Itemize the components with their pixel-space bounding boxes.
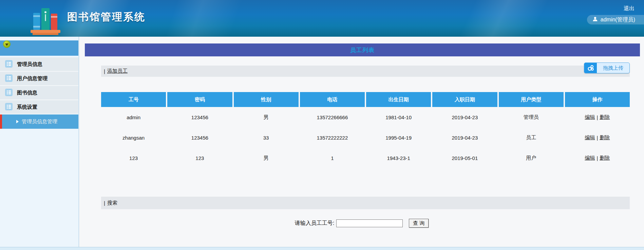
edit-link[interactable]: 编辑 [585,114,595,121]
cell-hire-date: 2019-04-23 [432,127,497,148]
sidebar-menu: 管理员信息 用户信息管理 图书信息 系统设置 [0,57,78,129]
cell-password: 123456 [167,127,232,148]
cell-phone: 13572222222 [300,127,365,148]
page-bottom-strip [0,247,644,250]
column-header-id: 工号 [101,92,166,107]
add-employee-section-bar: | 添加员工 拖拽上传 [101,66,630,77]
main-content: 员工列表 | 添加员工 拖拽上传 工号 密码 性别 [79,37,644,247]
cell-birth-date: 1943-23-1 [366,148,431,168]
cell-hire-date: 2019-05-01 [432,148,497,168]
user-icon [592,16,598,23]
library-books-logo-icon [30,5,61,37]
add-employee-link[interactable]: 添加员工 [107,68,128,74]
table-row: zhangsan 123456 33 13572222222 1995-04-1… [101,127,630,148]
cell-user-type: 用户 [499,148,564,168]
drag-upload-button[interactable]: 拖拽上传 [584,62,630,73]
user-label: admin(管理员) [601,16,635,23]
employee-table: 工号 密码 性别 电话 出生日期 入职日期 用户类型 操作 admin 1234… [101,92,630,168]
delete-link[interactable]: 删除 [600,114,610,121]
sidebar-item-user-info[interactable]: 用户信息管理 [0,72,78,86]
caret-right-icon [16,120,19,123]
cell-gender: 男 [234,148,299,168]
sidebar-item-label: 用户信息管理 [17,75,48,82]
sidebar-item-label: 系统设置 [17,104,37,110]
sidebar-item-label: 图书信息 [17,90,37,96]
cell-user-type: 员工 [499,127,564,148]
chevron-down-icon [5,43,8,46]
action-separator: | [596,114,598,120]
action-separator: | [596,135,598,141]
search-section-bar: | 搜索 [101,197,630,209]
delete-link[interactable]: 删除 [600,155,610,161]
sidebar-item-book-info[interactable]: 图书信息 [0,86,78,100]
sidebar: 管理员信息 用户信息管理 图书信息 系统设置 [0,37,79,247]
search-input-label: 请输入员工工号: [295,220,334,227]
table-header-row: 工号 密码 性别 电话 出生日期 入职日期 用户类型 操作 [101,92,630,107]
action-separator: | [596,155,598,161]
column-header-hire-date: 入职日期 [432,92,497,107]
search-form: 请输入员工工号: 查 询 [79,219,644,228]
cell-user-type: 管理员 [499,107,564,127]
cloud-share-icon [584,63,597,73]
sidebar-subitem-label: 管理员信息管理 [22,119,57,125]
sidebar-collapse-button[interactable] [3,40,11,48]
current-user-pill[interactable]: admin(管理员) [587,15,644,24]
cell-hire-date: 2019-04-23 [432,107,497,127]
table-row: 123 123 男 1 1943-23-1 2019-05-01 用户 编辑 |… [101,148,630,168]
column-header-actions: 操作 [565,92,630,107]
drag-upload-label: 拖拽上传 [597,63,629,73]
section-prefix: | [104,68,105,74]
cell-birth-date: 1981-04-10 [366,107,431,127]
sidebar-top-strip [0,40,78,56]
cell-phone: 13572266666 [300,107,365,127]
cell-id: 123 [101,148,166,168]
employee-id-input[interactable] [336,219,403,227]
sidebar-item-system-settings[interactable]: 系统设置 [0,100,78,114]
column-header-phone: 电话 [300,92,365,107]
cell-id: zhangsan [101,127,166,148]
cell-gender: 男 [234,107,299,127]
app-header: 图书馆管理系统 退出 admin(管理员) [0,0,644,37]
list-icon [5,89,13,97]
sidebar-subitem-admin-info-management[interactable]: 管理员信息管理 [0,114,78,129]
edit-link[interactable]: 编辑 [585,155,595,161]
cell-gender: 33 [234,127,299,148]
page-title: 员工列表 [350,46,375,54]
page-title-bar: 员工列表 [85,43,640,56]
app-title: 图书馆管理系统 [67,10,146,24]
column-header-user-type: 用户类型 [499,92,564,107]
table-row: admin 123456 男 13572266666 1981-04-10 20… [101,107,630,127]
query-button[interactable]: 查 询 [409,219,429,228]
sidebar-item-admin-info[interactable]: 管理员信息 [0,57,78,72]
column-header-gender: 性别 [234,92,299,107]
cell-actions: 编辑 | 删除 [565,127,630,148]
column-header-birth-date: 出生日期 [366,92,431,107]
cell-actions: 编辑 | 删除 [565,107,630,127]
list-icon [5,60,13,69]
list-icon [5,103,13,111]
edit-link[interactable]: 编辑 [585,135,595,141]
list-icon [5,74,13,83]
sidebar-item-label: 管理员信息 [17,61,42,68]
cell-id: admin [101,107,166,127]
logout-link[interactable]: 退出 [624,5,634,12]
search-section-label: 搜索 [107,200,117,206]
section-prefix: | [104,200,105,206]
cell-password: 123456 [167,107,232,127]
column-header-password: 密码 [167,92,232,107]
delete-link[interactable]: 删除 [600,135,610,141]
cell-birth-date: 1995-04-19 [366,127,431,148]
cell-phone: 1 [300,148,365,168]
cell-actions: 编辑 | 删除 [565,148,630,168]
cell-password: 123 [167,148,232,168]
